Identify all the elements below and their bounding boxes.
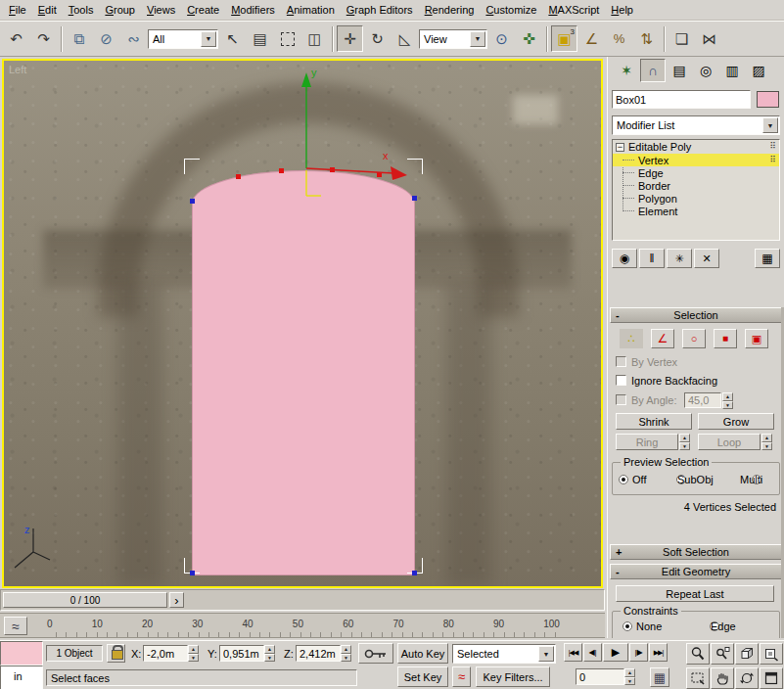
stack-item-vertex[interactable]: Vertex: [613, 154, 779, 166]
current-frame-field[interactable]: [576, 668, 624, 685]
make-unique-icon[interactable]: [667, 249, 692, 268]
maxscript-mini-listener[interactable]: in: [0, 641, 43, 689]
previous-frame-icon[interactable]: [583, 643, 602, 662]
auto-key-button[interactable]: Auto Key: [397, 643, 448, 664]
remove-modifier-icon[interactable]: [694, 249, 719, 268]
border-mode-icon[interactable]: [682, 329, 706, 348]
ignore-backfacing-checkbox[interactable]: [616, 375, 626, 386]
bind-to-space-warp-icon[interactable]: [120, 25, 147, 52]
by-angle-field[interactable]: [684, 392, 721, 408]
display-tab-icon[interactable]: [719, 59, 745, 82]
play-animation-icon[interactable]: [603, 643, 628, 662]
polygon-mode-icon[interactable]: [714, 329, 737, 348]
modifier-stack[interactable]: Editable Poly Vertex Edge Border Polygon…: [612, 139, 780, 241]
configure-modifier-sets-icon[interactable]: [755, 249, 780, 268]
x-coordinate-spinner[interactable]: [188, 645, 199, 662]
object-name-field[interactable]: [612, 90, 751, 109]
spinner-snap-icon[interactable]: [633, 25, 660, 52]
menu-item[interactable]: Edit: [32, 1, 63, 19]
key-filters-button[interactable]: Key Filters...: [476, 666, 550, 687]
modify-tab-icon[interactable]: [640, 59, 666, 82]
mirror-icon[interactable]: [696, 25, 722, 52]
select-and-rotate-icon[interactable]: [364, 25, 391, 52]
undo-icon[interactable]: [3, 25, 29, 52]
x-coordinate-field[interactable]: [143, 645, 188, 662]
mini-curve-editor-icon[interactable]: [4, 617, 27, 635]
menu-item[interactable]: Rendering: [419, 1, 481, 19]
pin-stack-icon[interactable]: [612, 249, 637, 268]
unlink-selection-icon[interactable]: [93, 25, 119, 52]
chevron-down-icon[interactable]: [201, 31, 216, 47]
window-crossing-icon[interactable]: [301, 25, 328, 52]
reference-coordinate-dropdown[interactable]: View: [419, 29, 487, 49]
y-coordinate-field[interactable]: [219, 645, 264, 662]
stack-item-edge[interactable]: Edge: [613, 166, 779, 179]
select-object-icon[interactable]: [219, 25, 246, 52]
use-pivot-point-icon[interactable]: [488, 25, 515, 52]
next-frame-icon[interactable]: [629, 643, 648, 662]
modifier-list-dropdown[interactable]: Modifier List: [612, 115, 780, 135]
by-angle-spinner[interactable]: [722, 392, 733, 409]
zoom-icon[interactable]: [686, 643, 710, 665]
frame-spinner[interactable]: [624, 668, 635, 685]
z-coordinate-field[interactable]: [296, 645, 341, 662]
stack-item-element[interactable]: Element: [613, 205, 779, 217]
chevron-down-icon[interactable]: [538, 646, 554, 662]
by-vertex-checkbox[interactable]: [616, 356, 626, 367]
menu-item[interactable]: Create: [181, 1, 225, 19]
pan-icon[interactable]: [711, 667, 734, 689]
time-ruler[interactable]: 0102030405060708090100: [0, 613, 605, 638]
preview-off-radio[interactable]: [619, 475, 628, 484]
edit-named-selections-icon[interactable]: [669, 25, 695, 52]
edge-mode-icon[interactable]: [651, 329, 674, 348]
keyboard-override-icon[interactable]: [650, 667, 669, 687]
arc-rotate-icon[interactable]: [735, 667, 759, 689]
rectangular-selection-region-icon[interactable]: [274, 25, 300, 52]
by-angle-checkbox[interactable]: [616, 394, 626, 405]
time-slider[interactable]: 0 / 100: [3, 592, 167, 608]
menu-item[interactable]: Help: [605, 1, 639, 19]
menu-item[interactable]: Views: [141, 1, 181, 19]
object-color-swatch[interactable]: [757, 91, 779, 108]
listener-pane[interactable]: in: [0, 666, 43, 689]
collapse-minus-icon[interactable]: [616, 143, 624, 152]
zoom-extents-icon[interactable]: [735, 643, 759, 665]
repeat-last-button[interactable]: Repeat Last: [616, 585, 774, 602]
menu-item[interactable]: Graph Editors: [341, 1, 419, 19]
soft-selection-rollout-header[interactable]: + Soft Selection: [610, 544, 782, 560]
select-and-scale-icon[interactable]: [392, 25, 418, 52]
select-and-move-icon[interactable]: [337, 25, 363, 52]
redo-icon[interactable]: [30, 25, 57, 52]
select-and-link-icon[interactable]: [66, 25, 92, 52]
menu-item[interactable]: Tools: [63, 1, 100, 19]
element-mode-icon[interactable]: [745, 329, 768, 348]
next-frame-nub-icon[interactable]: [169, 592, 184, 608]
percent-snap-icon[interactable]: [606, 25, 632, 52]
go-to-end-icon[interactable]: [649, 643, 668, 662]
new-key-tangent-icon[interactable]: [452, 666, 471, 687]
show-end-result-icon[interactable]: [639, 249, 665, 268]
move-gizmo[interactable]: y x: [4, 61, 601, 586]
z-coordinate-spinner[interactable]: [341, 645, 351, 662]
selection-set-dropdown[interactable]: Selected: [452, 644, 556, 664]
set-key-button[interactable]: Set Key: [397, 666, 448, 687]
snaps-toggle-icon[interactable]: 3: [551, 25, 577, 52]
selection-lock-toggle[interactable]: [107, 644, 125, 663]
menu-item[interactable]: File: [3, 1, 32, 19]
menu-item[interactable]: Customize: [480, 1, 542, 19]
chevron-down-icon[interactable]: [762, 117, 778, 133]
set-keys-button[interactable]: [358, 643, 393, 664]
select-and-manipulate-icon[interactable]: [516, 25, 542, 52]
hierarchy-tab-icon[interactable]: [667, 59, 692, 82]
selection-rollout-header[interactable]: - Selection: [610, 307, 782, 323]
y-coordinate-spinner[interactable]: [264, 645, 275, 662]
menu-item[interactable]: Animation: [281, 1, 341, 19]
menu-item[interactable]: Modifiers: [225, 1, 281, 19]
stack-item-polygon[interactable]: Polygon: [613, 192, 779, 205]
menu-item[interactable]: MAXScript: [542, 1, 605, 19]
selection-filter-dropdown[interactable]: All: [148, 29, 218, 49]
stack-item-border[interactable]: Border: [613, 179, 779, 192]
viewport-left[interactable]: Left y x z: [2, 59, 603, 588]
loop-button[interactable]: Loop: [698, 434, 761, 450]
shrink-button[interactable]: Shrink: [616, 413, 692, 430]
